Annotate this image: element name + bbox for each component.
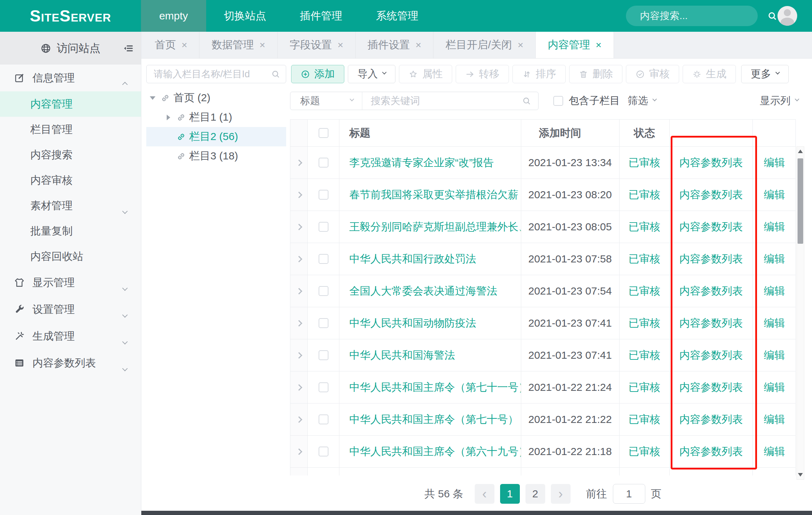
content-params-link[interactable]: 内容参数列表 <box>679 444 743 459</box>
keyword-input[interactable] <box>362 95 515 107</box>
tab-close-icon[interactable]: × <box>416 40 421 51</box>
search-icon[interactable] <box>522 96 531 105</box>
edit-link[interactable]: 编辑 <box>764 156 785 170</box>
content-title-link[interactable]: 中华人民共和国主席令（第七十号） <box>349 412 518 427</box>
content-params-link[interactable]: 内容参数列表 <box>679 156 743 170</box>
more-button[interactable]: 更多 <box>741 65 789 83</box>
content-title-link[interactable]: 中华人民共和国行政处罚法 <box>349 252 476 266</box>
sidebar-item-content-review[interactable]: 内容审核 <box>0 168 141 193</box>
menu-plugin-admin[interactable]: 插件管理 <box>300 9 342 23</box>
display-columns-dropdown[interactable]: 显示列 <box>760 94 799 108</box>
add-button[interactable]: 添加 <box>291 65 344 83</box>
row-checkbox[interactable] <box>319 158 328 168</box>
sidebar-item-content-admin[interactable]: 内容管理 <box>0 91 141 117</box>
content-title-link[interactable]: 春节前我国将采取更实举措根治欠薪 <box>349 188 518 202</box>
row-expand-chevron-icon[interactable] <box>296 320 302 326</box>
row-expand-chevron-icon[interactable] <box>296 416 302 423</box>
content-title-link[interactable]: 中华人民共和国主席令（第七十一号）.. <box>349 380 521 395</box>
content-params-link[interactable]: 内容参数列表 <box>679 412 743 427</box>
scrollbar-thumb[interactable] <box>798 158 803 244</box>
row-checkbox[interactable] <box>319 254 328 264</box>
sidebar-item-recycle-bin[interactable]: 内容回收站 <box>0 244 141 269</box>
sidebar-group-info-admin[interactable]: 信息管理 <box>0 65 141 91</box>
content-params-link[interactable]: 内容参数列表 <box>679 380 743 395</box>
row-expand-chevron-icon[interactable] <box>296 352 302 358</box>
workspace-tab[interactable]: 字段设置 × <box>278 32 356 58</box>
sidebar-group-generate-admin[interactable]: 生成管理 <box>0 323 141 350</box>
menu-system-admin[interactable]: 系统管理 <box>376 9 418 23</box>
content-params-link[interactable]: 内容参数列表 <box>679 220 743 234</box>
row-expand-chevron-icon[interactable] <box>296 224 302 230</box>
import-button[interactable]: 导入 <box>348 65 395 83</box>
content-params-link[interactable]: 内容参数列表 <box>679 316 743 331</box>
edit-link[interactable]: 编辑 <box>764 348 785 363</box>
page-number-button[interactable]: 1 <box>500 484 520 504</box>
next-page-button[interactable]: › <box>551 484 571 504</box>
row-expand-chevron-icon[interactable] <box>296 288 302 294</box>
row-checkbox[interactable] <box>319 286 328 296</box>
sort-button[interactable]: 排序 <box>512 65 566 83</box>
sidebar-group-content-params[interactable]: 内容参数列表 <box>0 350 141 376</box>
content-params-link[interactable]: 内容参数列表 <box>679 252 743 266</box>
edit-link[interactable]: 编辑 <box>764 252 785 266</box>
workspace-tab[interactable]: 插件设置 × <box>356 32 433 58</box>
row-checkbox[interactable] <box>319 350 328 360</box>
workspace-tab[interactable]: 首页 × <box>143 32 199 58</box>
generate-button[interactable]: 生成 <box>683 65 736 83</box>
tree-node-channel1[interactable]: 栏目1 (1) <box>146 108 286 127</box>
search-field-select[interactable]: 标题 <box>290 92 362 110</box>
user-avatar[interactable] <box>777 6 797 26</box>
sidebar-item-material-admin[interactable]: 素材管理 <box>0 193 141 218</box>
content-params-link[interactable]: 内容参数列表 <box>679 348 743 363</box>
tree-expand-closed-icon[interactable] <box>166 115 171 120</box>
row-expand-chevron-icon[interactable] <box>296 384 302 390</box>
workspace-tab[interactable]: 栏目开启/关闭 × <box>433 32 536 58</box>
content-title-link[interactable]: 中华人民共和国主席令（第六十九号）.. <box>349 444 521 459</box>
tab-close-icon[interactable]: × <box>596 40 601 51</box>
include-children-checkbox[interactable] <box>553 96 563 106</box>
tab-close-icon[interactable]: × <box>518 40 523 51</box>
tab-close-icon[interactable]: × <box>259 40 265 51</box>
content-title-link[interactable]: 李克强邀请专家企业家“改”报告 <box>349 156 494 170</box>
transfer-button[interactable]: 转移 <box>456 65 509 83</box>
tab-close-icon[interactable]: × <box>338 40 343 51</box>
search-icon[interactable] <box>767 11 777 21</box>
scroll-up-arrow-icon[interactable] <box>798 150 803 153</box>
workspace-tab[interactable]: 内容管理 × <box>536 32 614 58</box>
edit-link[interactable]: 编辑 <box>764 316 785 331</box>
edit-link[interactable]: 编辑 <box>764 284 785 298</box>
tree-node-channel3[interactable]: 栏目3 (18) <box>146 146 286 166</box>
delete-button[interactable]: 删除 <box>569 65 622 83</box>
page-number-button[interactable]: 2 <box>525 484 545 504</box>
tree-expand-open-icon[interactable] <box>150 96 155 100</box>
content-search-box[interactable] <box>626 6 758 26</box>
sidebar-item-content-search[interactable]: 内容搜索 <box>0 142 141 168</box>
select-all-checkbox[interactable] <box>319 128 328 138</box>
attributes-button[interactable]: 属性 <box>399 65 452 83</box>
sidebar-item-channel-admin[interactable]: 栏目管理 <box>0 117 141 142</box>
workspace-tab[interactable]: 数据管理 × <box>199 32 277 58</box>
row-checkbox[interactable] <box>319 414 328 424</box>
review-button[interactable]: 审核 <box>626 65 679 83</box>
edit-link[interactable]: 编辑 <box>764 220 785 234</box>
edit-link[interactable]: 编辑 <box>764 444 785 459</box>
row-expand-chevron-icon[interactable] <box>296 192 302 198</box>
sidebar-collapse-icon[interactable] <box>123 43 134 54</box>
row-checkbox[interactable] <box>319 318 328 328</box>
visit-site-bar[interactable]: 访问站点 <box>0 32 141 65</box>
row-checkbox[interactable] <box>319 447 328 456</box>
row-expand-chevron-icon[interactable] <box>296 256 302 262</box>
filter-dropdown[interactable]: 筛选 <box>628 94 656 108</box>
row-checkbox[interactable] <box>319 382 328 392</box>
content-title-link[interactable]: 中华人民共和国海警法 <box>349 348 455 363</box>
content-search-input[interactable] <box>640 10 767 22</box>
row-checkbox[interactable] <box>319 222 328 232</box>
sidebar-group-settings-admin[interactable]: 设置管理 <box>0 296 141 323</box>
menu-switch-site[interactable]: 切换站点 <box>224 9 266 23</box>
content-title-link[interactable]: 中华人民共和国动物防疫法 <box>349 316 476 331</box>
row-checkbox[interactable] <box>319 190 328 200</box>
current-site-tab[interactable]: empty <box>141 0 206 32</box>
tree-node-channel2-selected[interactable]: 栏目2 (56) <box>146 127 286 146</box>
sidebar-item-batch-copy[interactable]: 批量复制 <box>0 218 141 244</box>
sidebar-group-display-admin[interactable]: 显示管理 <box>0 269 141 296</box>
